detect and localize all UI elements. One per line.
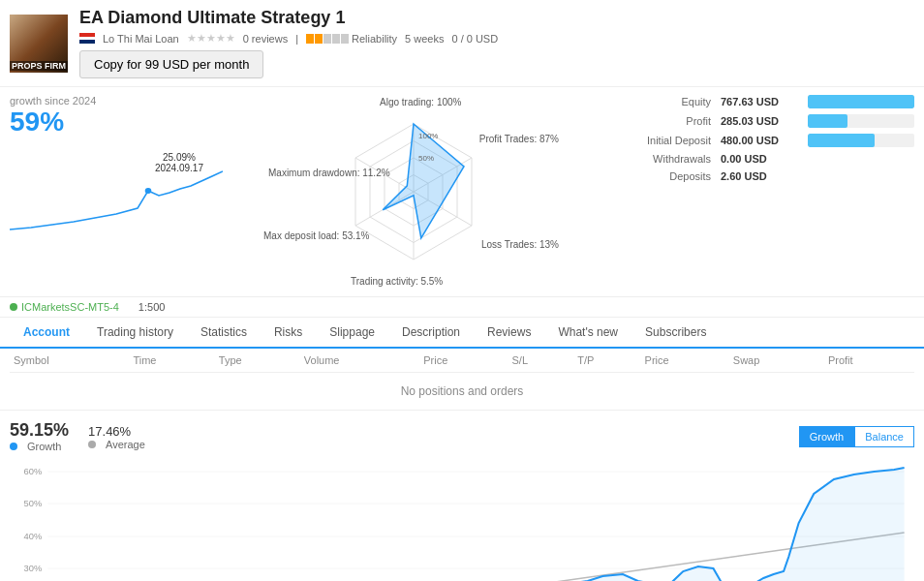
author-name: Lo Thi Mai Loan [103,33,179,45]
annotation-value: 25.09% [155,152,203,163]
header: PROPS FIRM EA Diamond Ultimate Strategy … [0,0,924,87]
chart-main-value: 59.15% Growth [10,420,69,452]
avatar: PROPS FIRM [10,15,68,73]
rel-seg-2 [315,34,323,44]
header-subtitle: Lo Thi Mai Loan ★★★★★ 0 reviews | Reliab… [79,32,914,45]
equity-value: 767.63 USD [721,96,808,107]
avg-legend: Average [88,439,145,450]
growth-percent: 59.15% [10,420,69,440]
avatar-label: PROPS FIRM [10,61,68,71]
chart-annotation: 25.09% 2024.09.17 [155,152,203,173]
equity-bar-wrap [808,95,914,108]
profit-row: Profit 285.03 USD [604,114,914,128]
positions-table: Symbol Time Type Volume Price S/L T/P Pr… [10,349,914,410]
tab-trading-history[interactable]: Trading history [83,318,187,347]
stats-panel: Equity 767.63 USD Profit 285.03 USD Init… [604,95,914,289]
tab-description[interactable]: Description [388,318,474,347]
withdrawals-label: Withdrawals [604,153,721,165]
initial-deposit-label: Initial Deposit [604,135,721,146]
col-volume: Volume [300,349,419,373]
reliability-label: Reliability [352,33,397,45]
tab-risks[interactable]: Risks [261,318,316,347]
table-area: Symbol Time Type Volume Price S/L T/P Pr… [0,349,924,410]
reliability-bar [306,34,349,44]
svg-text:50%: 50% [418,154,434,163]
tab-bar: Account Trading history Statistics Risks… [0,318,924,349]
page-title: EA Diamond Ultimate Strategy 1 [79,8,914,28]
server-name: ICMarketsSC-MT5-4 [21,301,119,313]
svg-text:60%: 60% [24,467,43,476]
tab-slippage[interactable]: Slippage [316,318,388,347]
copy-button[interactable]: Copy for 99 USD per month [79,50,263,78]
rel-seg-4 [332,34,340,44]
svg-text:30%: 30% [24,564,43,573]
equity-row: Equity 767.63 USD [604,95,914,108]
initial-deposit-bar-wrap [808,134,914,147]
tab-statistics[interactable]: Statistics [187,318,261,347]
rel-seg-1 [306,34,314,44]
initial-deposit-bar [808,134,875,147]
footer-info: ICMarketsSC-MT5-4 1:500 [0,297,924,318]
radar-activity-label: Trading activity: 5.5% [351,276,443,287]
flag-icon [79,33,95,44]
deposits-value: 2.60 USD [721,170,808,182]
col-price: Price [419,349,508,373]
svg-text:100%: 100% [418,132,438,140]
tab-reviews[interactable]: Reviews [474,318,544,347]
server-info: ICMarketsSC-MT5-4 [10,301,119,313]
deposits-label: Deposits [604,170,721,182]
weeks-info: 5 weeks [405,33,444,45]
col-swap: Swap [729,349,824,373]
svg-text:40%: 40% [24,532,43,541]
equity-bar [808,95,914,108]
header-info: EA Diamond Ultimate Strategy 1 Lo Thi Ma… [79,8,914,78]
leverage: 1:500 [139,301,166,313]
profit-value: 285.03 USD [721,115,808,127]
top-section: growth since 2024 59% 25.09% 2024.09.17 [0,87,924,297]
table-header-row: Symbol Time Type Volume Price S/L T/P Pr… [10,349,914,373]
star-rating: ★★★★★ [187,32,235,45]
growth-value: 59% [10,107,223,138]
chart-header: 59.15% Growth 17.46% Average Growth Bala… [10,420,914,452]
withdrawals-value: 0.00 USD [721,153,808,165]
no-data-row: No positions and orders [10,373,914,411]
annotation-date: 2024.09.17 [155,163,203,173]
balance-header: 0 / 0 USD [451,33,498,45]
no-data-message: No positions and orders [10,373,914,411]
avg-percent: 17.46% [88,424,131,439]
profit-bar-wrap [808,114,914,128]
growth-toggle-btn[interactable]: Growth [799,426,854,447]
growth-dot [10,443,17,450]
chart-legend: Growth [10,441,69,452]
radar-panel: 100% 50% Algo trading: 100% Profit Trade… [232,95,595,289]
mini-chart: 25.09% 2024.09.17 [10,142,223,239]
growth-label: growth since 2024 [10,95,223,107]
svg-text:50%: 50% [24,499,43,508]
rel-seg-3 [323,34,331,44]
radar-grid: 100% 50% [355,124,472,260]
col-sl: S/L [508,349,574,373]
withdrawals-row: Withdrawals 0.00 USD [604,153,914,165]
radar-algo-label: Algo trading: 100% [380,97,462,107]
online-indicator [10,303,17,311]
balance-toggle-btn[interactable]: Balance [854,426,914,447]
tab-account[interactable]: Account [10,318,83,349]
main-chart-svg: 60% 50% 40% 30% 20% 10% 0% [10,460,914,581]
main-chart: 60% 50% 40% 30% 20% 10% 0% [10,460,914,581]
initial-deposit-row: Initial Deposit 480.00 USD [604,134,914,147]
radar-loss-label: Loss Trades: 13% [481,239,559,250]
review-count: 0 reviews [243,33,288,45]
tab-subscribers[interactable]: Subscribers [631,318,720,347]
col-price2: Price [641,349,729,373]
separator: | [295,33,298,45]
avg-dot [88,441,96,448]
tab-whats-new[interactable]: What's new [544,318,631,347]
col-symbol: Symbol [10,349,129,373]
profit-label: Profit [604,115,721,127]
reliability-badge: Reliability [306,33,397,45]
growth-legend-label: Growth [27,441,61,452]
rel-seg-5 [341,34,349,44]
svg-point-0 [145,188,152,194]
col-tp: T/P [573,349,640,373]
col-time: Time [129,349,214,373]
